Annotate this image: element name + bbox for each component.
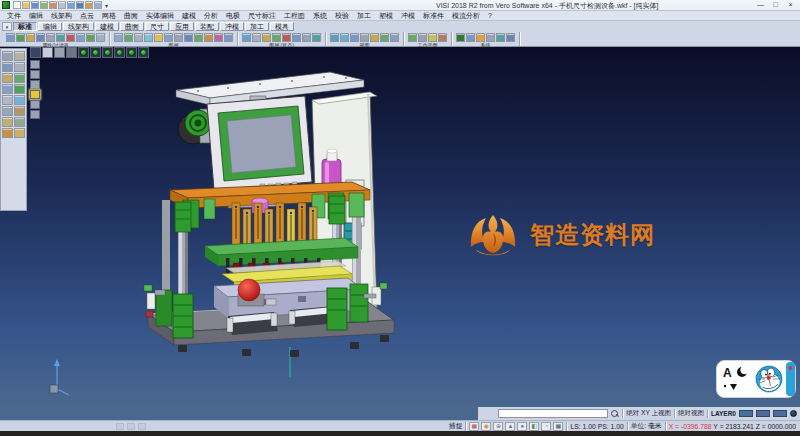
zoom-out-icon[interactable] xyxy=(360,33,369,42)
front-view-icon[interactable] xyxy=(102,47,113,58)
database-icon[interactable] xyxy=(466,33,475,42)
workplane-align-icon[interactable] xyxy=(418,33,427,42)
print-icon[interactable] xyxy=(58,1,66,9)
state-save-icon[interactable] xyxy=(302,33,311,42)
toolbar-tab-线架构[interactable]: 线架构 xyxy=(63,22,94,31)
zoom-window-icon[interactable] xyxy=(340,33,349,42)
system-settings-icon[interactable] xyxy=(456,33,465,42)
macro-icon[interactable] xyxy=(486,33,495,42)
machine-3d-model[interactable] xyxy=(28,47,800,407)
toolbar-tab-建模[interactable]: 建模 xyxy=(95,22,119,31)
eye-on-icon[interactable] xyxy=(242,33,251,42)
menu-item-曲面[interactable]: 曲面 xyxy=(120,11,142,21)
menu-item-加工[interactable]: 加工 xyxy=(353,11,375,21)
properties-icon[interactable] xyxy=(96,33,105,42)
select-view-icon[interactable] xyxy=(30,47,41,58)
render-tool-icon[interactable] xyxy=(14,128,25,138)
move-tool-icon[interactable] xyxy=(2,84,13,94)
layer-visible-icon[interactable] xyxy=(194,33,203,42)
layer-off-icon[interactable] xyxy=(134,33,143,42)
save-icon[interactable] xyxy=(31,1,39,9)
settings-icon[interactable] xyxy=(85,1,93,9)
layer-lock-icon[interactable] xyxy=(204,33,213,42)
toolbar-tab-冲模[interactable]: 冲模 xyxy=(220,22,244,31)
undo-icon[interactable] xyxy=(67,1,75,9)
toolbar-tab-尺寸[interactable]: 尺寸 xyxy=(145,22,169,31)
pan-icon[interactable] xyxy=(370,33,379,42)
menu-item-分析[interactable]: 分析 xyxy=(200,11,222,21)
layer-color-swatch[interactable] xyxy=(756,410,770,417)
layer-move-icon[interactable] xyxy=(164,33,173,42)
toolbar-dropdown-icon[interactable]: ▾ xyxy=(2,22,12,31)
toolbar-tab-应用[interactable]: 应用 xyxy=(170,22,194,31)
hide-selected-icon[interactable] xyxy=(282,33,291,42)
toolbar-tab-加工[interactable]: 加工 xyxy=(245,22,269,31)
wcs-toggle-icon[interactable] xyxy=(42,47,53,58)
layer-list-icon[interactable] xyxy=(184,33,193,42)
select-tool-icon[interactable] xyxy=(2,51,13,61)
layer-new-icon[interactable] xyxy=(114,33,123,42)
layer-on-icon[interactable] xyxy=(124,33,133,42)
edit-tool-icon[interactable] xyxy=(14,73,25,83)
previous-view-icon[interactable] xyxy=(390,33,399,42)
ortho-toggle-icon[interactable] xyxy=(30,80,40,89)
menu-item-?[interactable]: ? xyxy=(484,12,496,19)
capture-icon[interactable] xyxy=(496,33,505,42)
isolate-icon[interactable] xyxy=(262,33,271,42)
circle-tool-icon[interactable] xyxy=(2,73,13,83)
rotate-view-icon[interactable] xyxy=(380,33,389,42)
measure-tool-icon[interactable] xyxy=(2,117,13,127)
calculator-icon[interactable] xyxy=(476,33,485,42)
layer-color-swatch[interactable] xyxy=(739,410,753,417)
quick-access-dropdown-icon[interactable]: ▾ xyxy=(105,2,108,9)
redo-icon[interactable] xyxy=(76,1,84,9)
menu-item-塑模[interactable]: 塑模 xyxy=(375,11,397,21)
menu-item-电极[interactable]: 电极 xyxy=(222,11,244,21)
coordinate-mode-label[interactable]: 绝对视图 xyxy=(678,409,704,418)
menu-item-模流分析[interactable]: 模流分析 xyxy=(448,11,484,21)
menu-item-建模[interactable]: 建模 xyxy=(178,11,200,21)
workplane-delete-icon[interactable] xyxy=(438,33,447,42)
right-view-icon[interactable] xyxy=(114,47,125,58)
layer-freeze-icon[interactable] xyxy=(144,33,153,42)
close-button[interactable]: × xyxy=(783,0,798,10)
layer-filter-icon[interactable] xyxy=(36,33,45,42)
menu-item-标准件[interactable]: 标准件 xyxy=(419,11,448,21)
eye-off-icon[interactable] xyxy=(252,33,261,42)
snap-settings-icon[interactable] xyxy=(30,60,40,69)
command-input[interactable] xyxy=(498,409,608,418)
layer-current-icon[interactable] xyxy=(154,33,163,42)
help-icon[interactable] xyxy=(94,1,102,9)
sketch-tool-icon[interactable] xyxy=(14,95,25,105)
surface-tool-icon[interactable] xyxy=(2,95,13,105)
info-icon[interactable] xyxy=(86,33,95,42)
zoom-fit-icon[interactable] xyxy=(330,33,339,42)
maximize-button[interactable]: □ xyxy=(768,0,783,10)
shell-tool-icon[interactable] xyxy=(14,106,25,116)
iso-view-icon[interactable] xyxy=(78,47,89,58)
windows-taskbar[interactable] xyxy=(0,431,800,436)
search-icon[interactable] xyxy=(611,410,619,418)
rotate-tool-icon[interactable] xyxy=(14,84,25,94)
menu-item-系统[interactable]: 系统 xyxy=(309,11,331,21)
dynamic-input-icon[interactable]: ◧ xyxy=(529,422,539,431)
snap-point-icon[interactable]: ⊕ xyxy=(493,422,503,431)
depth-toggle-icon[interactable] xyxy=(30,100,40,109)
left-view-icon[interactable] xyxy=(126,47,137,58)
wireframe-view-icon[interactable] xyxy=(66,47,77,58)
active-mode-icon[interactable] xyxy=(30,90,40,99)
toolbar-tab-曲面[interactable]: 曲面 xyxy=(120,22,144,31)
invert-visibility-icon[interactable] xyxy=(292,33,301,42)
layer-manager-icon[interactable] xyxy=(224,33,233,42)
color-filter-icon[interactable] xyxy=(26,33,35,42)
delete-tool-icon[interactable] xyxy=(14,51,25,61)
show-all-icon[interactable] xyxy=(272,33,281,42)
active-layer-label[interactable]: LAYER0 xyxy=(711,410,736,417)
menu-item-线架构[interactable]: 线架构 xyxy=(47,11,76,21)
options-icon[interactable] xyxy=(506,33,515,42)
attribute-copy-icon[interactable] xyxy=(56,33,65,42)
toolbar-tab-编辑[interactable]: 编辑 xyxy=(38,22,62,31)
menu-item-尺寸标注[interactable]: 尺寸标注 xyxy=(244,11,280,21)
highlight-icon[interactable] xyxy=(66,33,75,42)
menu-item-网格[interactable]: 网格 xyxy=(98,11,120,21)
